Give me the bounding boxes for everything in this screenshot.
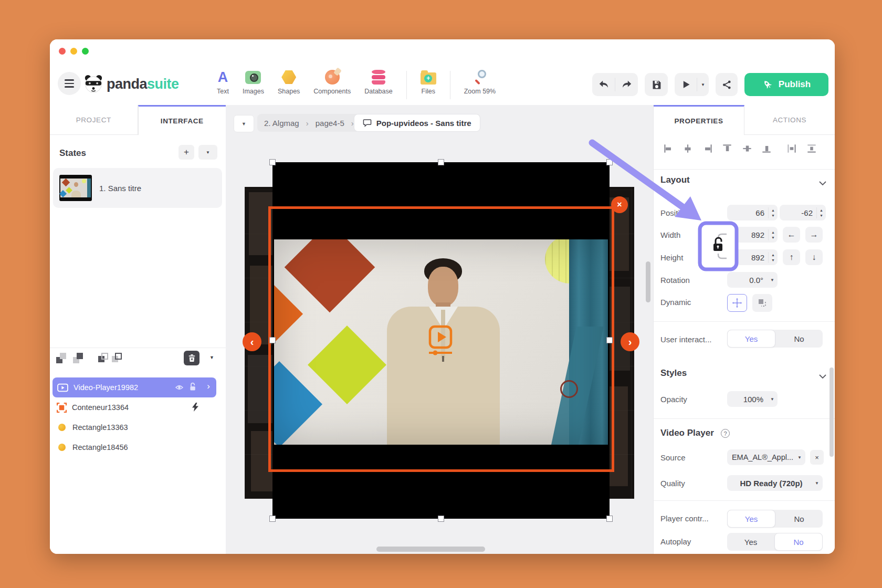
redo-button[interactable]	[615, 73, 638, 96]
tool-images[interactable]: Images	[243, 69, 264, 101]
align-left-icon[interactable]	[663, 143, 674, 154]
tool-components[interactable]: Components	[313, 69, 351, 101]
panel-scrollbar[interactable]	[830, 368, 834, 457]
resize-handle-se[interactable]	[606, 516, 613, 522]
alignment-toolbar	[654, 143, 835, 156]
breadcrumb-item-page[interactable]: page4-5	[309, 119, 351, 128]
resize-handle-e[interactable]	[606, 337, 613, 343]
distribute-vertical-icon[interactable]	[806, 143, 817, 154]
add-state-button[interactable]: +	[178, 145, 194, 160]
tool-database[interactable]: Database	[364, 69, 393, 101]
stepper[interactable]: ▲▼	[768, 229, 778, 240]
layer-row-rectangle-2[interactable]: Rectangle18456	[50, 437, 226, 457]
resize-handle-n[interactable]	[438, 159, 444, 165]
popup-prev-button[interactable]: ‹	[243, 332, 261, 351]
tab-properties[interactable]: PROPERTIES	[654, 105, 744, 135]
player-controls-yes[interactable]: Yes	[727, 510, 775, 528]
canvas-horizontal-scrollbar[interactable]	[376, 547, 485, 552]
breadcrumb-item-current[interactable]: Pop-upvideos - Sans titre	[354, 114, 480, 132]
bring-forward-icon[interactable]	[98, 353, 109, 363]
rotation-field[interactable]: 0.0° ▼	[727, 272, 778, 288]
tab-actions[interactable]: ACTIONS	[744, 105, 835, 134]
maximize-window-button[interactable]	[82, 48, 89, 55]
popup-close-button[interactable]: ×	[611, 196, 628, 213]
opacity-field[interactable]: 100% ▼	[727, 391, 778, 407]
align-top-icon[interactable]	[721, 143, 733, 154]
quality-dropdown[interactable]: HD Ready (720p) ▼	[727, 475, 823, 491]
chevron-right-icon[interactable]: ›	[207, 381, 210, 392]
play-preview-button[interactable]	[675, 73, 697, 96]
stepper[interactable]: ▲▼	[816, 207, 826, 218]
preview-options-caret[interactable]: ▼	[697, 73, 709, 96]
tab-project[interactable]: PROJECT	[50, 105, 138, 134]
align-bottom-icon[interactable]	[761, 143, 772, 154]
files-icon: +	[421, 69, 436, 86]
minimize-window-button[interactable]	[70, 48, 77, 55]
stepper[interactable]: ▲▼	[768, 252, 778, 263]
layer-row-video-player[interactable]: Video-Player19982 ›	[52, 377, 216, 397]
stepper[interactable]: ▲▼	[768, 207, 778, 218]
nudge-right-button[interactable]: →	[805, 227, 823, 243]
delete-layer-button[interactable]	[184, 351, 200, 365]
dynamic-move-button[interactable]	[727, 294, 747, 312]
nudge-up-button[interactable]: ↑	[783, 249, 800, 265]
width-field[interactable]: 892 ▲▼	[727, 227, 778, 243]
autoplay-yes[interactable]: Yes	[727, 533, 774, 551]
height-field[interactable]: 892 ▲▼	[727, 249, 778, 265]
align-right-icon[interactable]	[702, 143, 713, 154]
canvas-vertical-scrollbar[interactable]	[646, 261, 650, 302]
nudge-down-button[interactable]: ↓	[805, 249, 823, 265]
visibility-eye-icon[interactable]	[175, 383, 184, 393]
send-backward-icon[interactable]	[56, 353, 67, 363]
save-button[interactable]	[645, 73, 668, 96]
collapse-chevron-icon[interactable]	[819, 372, 826, 377]
send-to-back-icon[interactable]	[73, 353, 83, 363]
publish-button[interactable]: Publish	[744, 73, 828, 96]
close-window-button[interactable]	[59, 48, 66, 55]
dynamic-resize-button[interactable]	[752, 294, 772, 312]
autoplay-no[interactable]: No	[774, 533, 823, 551]
resize-handle-ne[interactable]	[606, 159, 613, 165]
resize-handle-nw[interactable]	[269, 159, 276, 165]
layer-row-rectangle-1[interactable]: Rectangle13363	[50, 417, 226, 437]
help-icon[interactable]: ?	[721, 429, 730, 438]
undo-button[interactable]	[592, 73, 615, 96]
popup-next-button[interactable]: ›	[621, 332, 639, 351]
video-play-overlay[interactable]	[425, 324, 456, 359]
breadcrumb-item-project[interactable]: 2. Algmag	[257, 119, 306, 128]
unlock-icon[interactable]	[189, 382, 196, 393]
clear-source-button[interactable]: ×	[810, 450, 824, 465]
tool-files[interactable]: + Files	[421, 69, 436, 101]
nudge-left-button[interactable]: ←	[783, 227, 800, 243]
player-controls-no[interactable]: No	[775, 510, 823, 528]
source-dropdown[interactable]: EMA_AL®_Appl... ▼	[727, 449, 805, 465]
hamburger-menu-button[interactable]	[58, 72, 81, 95]
position-y-field[interactable]: -62 ▲▼	[780, 205, 826, 220]
bring-to-front-icon[interactable]	[112, 353, 122, 363]
arrow-left-icon: ←	[788, 230, 796, 239]
user-interaction-no[interactable]: No	[775, 330, 823, 348]
resize-handle-s[interactable]	[438, 516, 444, 522]
layer-options-caret[interactable]: ▼	[209, 355, 214, 360]
state-item[interactable]: 1. Sans titre	[53, 168, 222, 208]
decor-diamond-orange	[274, 280, 303, 348]
tool-text[interactable]: A Text	[217, 69, 229, 101]
layer-row-container[interactable]: Conteneur13364	[50, 397, 226, 417]
position-x-field[interactable]: 66 ▲▼	[727, 205, 778, 220]
resize-handle-sw[interactable]	[269, 516, 276, 522]
breadcrumb-caret-button[interactable]: ▼	[234, 115, 254, 132]
distribute-horizontal-icon[interactable]	[786, 143, 797, 154]
design-canvas[interactable]: ▼ 2. Algmag › page4-5 › Pop-upvideos - S…	[226, 105, 654, 554]
tool-zoom[interactable]: Zoom 59%	[464, 69, 496, 101]
states-options-caret[interactable]: ▼	[198, 145, 217, 160]
chevron-right-icon: ›	[628, 336, 632, 348]
align-middle-vertical-icon[interactable]	[741, 143, 753, 154]
user-interaction-yes[interactable]: Yes	[727, 330, 775, 348]
collapse-chevron-icon[interactable]	[819, 178, 826, 184]
tool-shapes[interactable]: Shapes	[278, 69, 300, 101]
resize-handle-w[interactable]	[269, 337, 276, 343]
tab-interface[interactable]: INTERFACE	[138, 105, 226, 135]
layers-list: Video-Player19982 ›	[50, 377, 226, 457]
align-center-horizontal-icon[interactable]	[682, 143, 694, 154]
share-button[interactable]	[716, 73, 738, 96]
